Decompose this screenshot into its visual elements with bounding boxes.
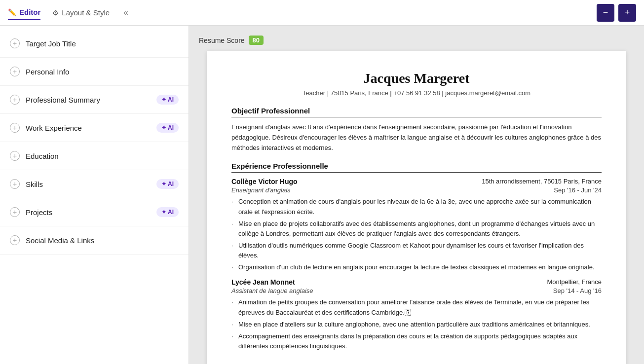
score-label: Resume Score: [199, 36, 245, 44]
resume-contact: Teacher | 75015 Paris, France | +07 56 9…: [231, 89, 602, 97]
topbar-tabs: ✏️ Editor ⚙ Layout & Style «: [8, 5, 130, 20]
objective-section-title: Objectif Professionnel: [231, 107, 602, 117]
gear-icon: ⚙: [52, 9, 59, 17]
bullet-item: Organisation d'un club de lecture en ang…: [231, 262, 602, 272]
jobs-container: Collège Victor Hugo15th arrondissement, …: [231, 178, 602, 351]
bullet-item: Mise en place de projets collaboratifs a…: [231, 219, 602, 239]
add-icon: +: [10, 38, 20, 48]
tab-editor[interactable]: ✏️ Editor: [8, 5, 40, 20]
job-dates: Sep '14 - Aug '16: [553, 287, 602, 294]
job-location: Montpellier, France: [547, 278, 602, 286]
sidebar-label-target-job-title: Target Job Title: [26, 39, 76, 48]
add-icon: +: [10, 95, 20, 105]
pencil-icon: ✏️: [8, 8, 16, 16]
sidebar-item-professional-summary[interactable]: +Professional Summary✦ AI: [0, 86, 189, 114]
add-icon: +: [10, 235, 20, 245]
ai-badge-skills[interactable]: ✦ AI: [156, 179, 179, 189]
job-role: Assistant de langue anglaise: [231, 287, 313, 294]
sidebar-label-work-experience: Work Experience: [26, 124, 82, 132]
sidebar-label-professional-summary: Professional Summary: [26, 96, 100, 104]
add-icon: +: [10, 151, 20, 161]
zoom-in-button[interactable]: +: [618, 4, 636, 22]
bullet-item: Utilisation d'outils numériques comme Go…: [231, 241, 602, 260]
job-company: Collège Victor Hugo: [231, 178, 298, 185]
sidebar-label-projects: Projects: [26, 208, 52, 217]
bullet-item: Mise en place d'ateliers sur la culture …: [231, 320, 602, 329]
sidebar-item-social-media-links[interactable]: +Social Media & Links: [0, 226, 189, 255]
ai-badge-professional-summary[interactable]: ✦ AI: [156, 95, 179, 105]
job-company: Lycée Jean Monnet: [231, 278, 295, 286]
add-icon: +: [10, 179, 20, 189]
score-badge: 80: [249, 36, 264, 45]
job-entry: Collège Victor Hugo15th arrondissement, …: [231, 178, 602, 272]
zoom-out-button[interactable]: −: [597, 4, 614, 22]
bullet-item: Accompagnement des enseignants dans la p…: [231, 331, 602, 351]
ai-badge-projects[interactable]: ✦ AI: [156, 207, 179, 217]
topbar: ✏️ Editor ⚙ Layout & Style « − +: [0, 0, 644, 26]
sidebar-item-work-experience[interactable]: +Work Experience✦ AI: [0, 114, 189, 142]
add-icon: +: [10, 123, 20, 133]
score-bar: Resume Score 80: [199, 36, 634, 45]
sidebar-item-education[interactable]: +Education: [0, 142, 189, 170]
job-entry: Lycée Jean MonnetMontpellier, FranceAssi…: [231, 278, 602, 351]
resume-name: Jacques Margeret: [231, 71, 602, 86]
collapse-button[interactable]: «: [121, 5, 130, 20]
sidebar-item-skills[interactable]: +Skills✦ AI: [0, 170, 189, 198]
sidebar-label-skills: Skills: [26, 180, 43, 188]
sidebar-item-target-job-title[interactable]: +Target Job Title: [0, 30, 189, 58]
tab-editor-label: Editor: [19, 8, 40, 16]
objective-text: Enseignant d'anglais avec 8 ans d'expéri…: [231, 122, 602, 153]
sidebar-label-personal-info: Personal Info: [26, 68, 69, 76]
tab-layout-label: Layout & Style: [62, 8, 110, 17]
tab-layout-style[interactable]: ⚙ Layout & Style: [52, 5, 110, 20]
experience-section-title: Expérience Professionnelle: [231, 162, 602, 173]
sidebar-label-social-media-links: Social Media & Links: [26, 236, 94, 245]
job-location: 15th arrondissement, 75015 Paris, France: [482, 178, 602, 185]
sidebar-item-projects[interactable]: +Projects✦ AI: [0, 198, 189, 226]
sidebar-label-education: Education: [26, 152, 59, 160]
sidebar-item-personal-info[interactable]: +Personal Info: [0, 58, 189, 86]
sidebar: +Target Job Title+Personal Info+Professi…: [0, 26, 189, 364]
resume-paper: Jacques Margeret Teacher | 75015 Paris, …: [207, 51, 626, 364]
job-role: Enseignant d'anglais: [231, 186, 291, 194]
main-layout: +Target Job Title+Personal Info+Professi…: [0, 26, 644, 364]
job-dates: Sep '16 - Jun '24: [554, 186, 602, 194]
bullet-item: Animation de petits groupes de conversat…: [231, 297, 602, 317]
ai-badge-work-experience[interactable]: ✦ AI: [156, 123, 179, 133]
zoom-controls: − +: [597, 4, 636, 22]
add-icon: +: [10, 207, 20, 217]
resume-area: Resume Score 80 Jacques Margeret Teacher…: [189, 26, 644, 364]
add-icon: +: [10, 67, 20, 76]
bullet-item: Conception et animation de cours d'angla…: [231, 197, 602, 217]
